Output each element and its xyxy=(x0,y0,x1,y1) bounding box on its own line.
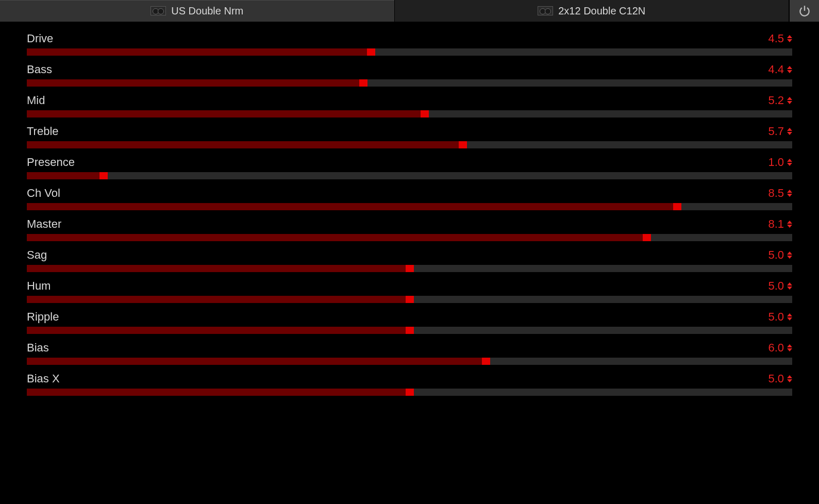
tab-label: US Double Nrm xyxy=(171,5,243,17)
slider-thumb[interactable] xyxy=(359,79,367,87)
param-head: Ch Vol 8.5 xyxy=(27,187,792,200)
stepper xyxy=(787,282,792,290)
param-value-stepper[interactable]: 5.0 xyxy=(763,310,792,324)
stepper-up-icon[interactable] xyxy=(787,159,792,162)
param-slider[interactable] xyxy=(27,79,792,87)
stepper-down-icon[interactable] xyxy=(787,348,792,351)
slider-thumb[interactable] xyxy=(406,296,414,303)
power-icon xyxy=(798,4,811,18)
param-slider[interactable] xyxy=(27,110,792,117)
stepper-down-icon[interactable] xyxy=(787,379,792,382)
slider-thumb[interactable] xyxy=(406,389,414,396)
stepper-up-icon[interactable] xyxy=(787,313,792,316)
slider-thumb[interactable] xyxy=(406,327,414,334)
stepper xyxy=(787,66,792,73)
param-head: Bias X 5.0 xyxy=(27,372,792,385)
cab-icon xyxy=(538,6,553,15)
param-value-stepper[interactable]: 4.5 xyxy=(763,32,792,45)
stepper-down-icon[interactable] xyxy=(787,70,792,73)
amp-icon xyxy=(151,6,166,15)
slider-thumb[interactable] xyxy=(99,172,108,179)
slider-thumb[interactable] xyxy=(643,234,651,241)
power-button[interactable] xyxy=(789,0,819,22)
stepper xyxy=(787,221,792,228)
param-value-stepper[interactable]: 5.2 xyxy=(763,94,792,107)
slider-thumb[interactable] xyxy=(367,48,375,56)
param-head: Hum 5.0 xyxy=(27,279,792,293)
stepper-down-icon[interactable] xyxy=(787,225,792,228)
param-value-stepper[interactable]: 5.7 xyxy=(763,125,792,138)
param-row: Mid 5.2 xyxy=(27,94,792,117)
stepper-up-icon[interactable] xyxy=(787,251,792,255)
param-slider[interactable] xyxy=(27,389,792,396)
stepper-down-icon[interactable] xyxy=(787,163,792,166)
stepper xyxy=(787,159,792,166)
param-row: Treble 5.7 xyxy=(27,125,792,148)
slider-thumb[interactable] xyxy=(482,358,490,365)
stepper-up-icon[interactable] xyxy=(787,282,792,285)
slider-fill xyxy=(27,234,647,241)
param-head: Ripple 5.0 xyxy=(27,310,792,324)
param-label: Ch Vol xyxy=(27,187,60,200)
slider-fill xyxy=(27,265,410,272)
param-value-stepper[interactable]: 8.5 xyxy=(763,187,792,200)
parameter-list: Drive 4.5 Bass 4.4 xyxy=(0,22,819,413)
tab-amp-model[interactable]: US Double Nrm xyxy=(0,0,395,22)
param-value-stepper[interactable]: 5.0 xyxy=(763,372,792,385)
param-slider[interactable] xyxy=(27,141,792,148)
stepper-down-icon[interactable] xyxy=(787,256,792,259)
param-value: 5.0 xyxy=(763,279,784,293)
stepper-up-icon[interactable] xyxy=(787,97,792,100)
param-slider[interactable] xyxy=(27,172,792,179)
stepper-down-icon[interactable] xyxy=(787,317,792,321)
param-row: Bias 6.0 xyxy=(27,341,792,365)
param-slider[interactable] xyxy=(27,48,792,56)
slider-fill xyxy=(27,172,104,179)
slider-fill xyxy=(27,48,371,56)
param-value: 6.0 xyxy=(763,341,784,355)
stepper-up-icon[interactable] xyxy=(787,35,792,38)
param-value-stepper[interactable]: 4.4 xyxy=(763,63,792,76)
stepper-down-icon[interactable] xyxy=(787,287,792,290)
param-slider[interactable] xyxy=(27,234,792,241)
stepper xyxy=(787,128,792,135)
stepper-up-icon[interactable] xyxy=(787,190,792,193)
stepper-up-icon[interactable] xyxy=(787,128,792,131)
stepper-down-icon[interactable] xyxy=(787,194,792,197)
slider-thumb[interactable] xyxy=(421,110,429,117)
stepper-up-icon[interactable] xyxy=(787,375,792,378)
param-value: 5.0 xyxy=(763,372,784,385)
param-row: Bias X 5.0 xyxy=(27,372,792,396)
param-value: 4.5 xyxy=(763,32,784,45)
param-slider[interactable] xyxy=(27,296,792,303)
stepper-down-icon[interactable] xyxy=(787,132,792,135)
param-value: 8.5 xyxy=(763,187,784,200)
stepper xyxy=(787,344,792,351)
param-value-stepper[interactable]: 6.0 xyxy=(763,341,792,355)
stepper-down-icon[interactable] xyxy=(787,39,792,42)
param-value-stepper[interactable]: 5.0 xyxy=(763,248,792,262)
tab-cab-model[interactable]: 2x12 Double C12N xyxy=(395,0,790,22)
param-slider[interactable] xyxy=(27,327,792,334)
param-value: 5.0 xyxy=(763,310,784,324)
slider-fill xyxy=(27,389,410,396)
param-slider[interactable] xyxy=(27,358,792,365)
param-slider[interactable] xyxy=(27,265,792,272)
param-row: Bass 4.4 xyxy=(27,63,792,87)
slider-fill xyxy=(27,79,363,87)
param-value-stepper[interactable]: 8.1 xyxy=(763,217,792,231)
stepper-down-icon[interactable] xyxy=(787,101,792,104)
slider-thumb[interactable] xyxy=(673,203,681,210)
slider-fill xyxy=(27,358,486,365)
param-value-stepper[interactable]: 5.0 xyxy=(763,279,792,293)
param-row: Hum 5.0 xyxy=(27,279,792,303)
stepper-up-icon[interactable] xyxy=(787,221,792,224)
stepper-up-icon[interactable] xyxy=(787,66,792,69)
slider-thumb[interactable] xyxy=(459,141,467,148)
param-value: 5.7 xyxy=(763,125,784,138)
param-row: Ripple 5.0 xyxy=(27,310,792,334)
param-slider[interactable] xyxy=(27,203,792,210)
stepper-up-icon[interactable] xyxy=(787,344,792,347)
slider-thumb[interactable] xyxy=(406,265,414,272)
param-value-stepper[interactable]: 1.0 xyxy=(763,156,792,169)
